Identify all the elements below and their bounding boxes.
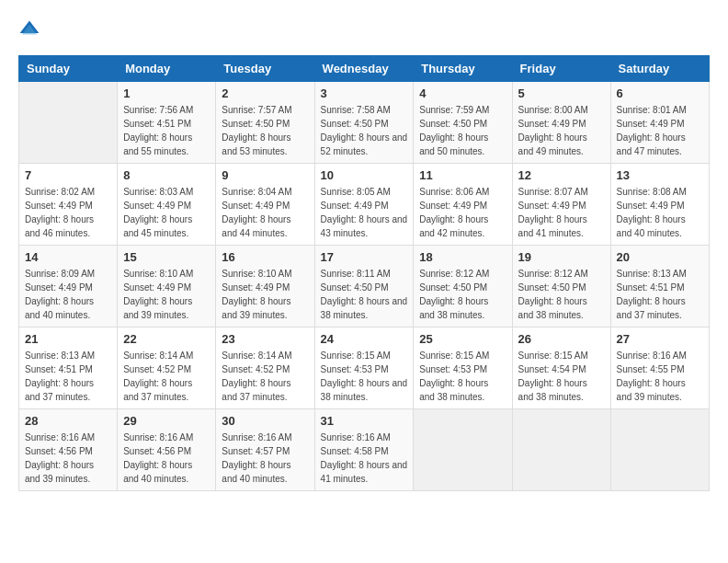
day-number: 22 xyxy=(123,332,210,346)
calendar-header-row: SundayMondayTuesdayWednesdayThursdayFrid… xyxy=(19,56,710,82)
calendar-cell: 11 Sunrise: 8:06 AMSunset: 4:49 PMDaylig… xyxy=(414,164,512,246)
calendar-week-row: 14 Sunrise: 8:09 AMSunset: 4:49 PMDaylig… xyxy=(19,246,710,327)
calendar-week-row: 7 Sunrise: 8:02 AMSunset: 4:49 PMDayligh… xyxy=(19,164,710,246)
calendar-day-header: Wednesday xyxy=(314,56,414,82)
day-info: Sunrise: 8:05 AMSunset: 4:49 PMDaylight:… xyxy=(321,185,408,240)
day-number: 26 xyxy=(518,332,605,346)
day-info: Sunrise: 8:03 AMSunset: 4:49 PMDaylight:… xyxy=(123,185,210,240)
calendar-cell: 26 Sunrise: 8:15 AMSunset: 4:54 PMDaylig… xyxy=(512,327,610,409)
calendar-cell: 9 Sunrise: 8:04 AMSunset: 4:49 PMDayligh… xyxy=(216,164,314,246)
calendar-cell: 28 Sunrise: 8:16 AMSunset: 4:56 PMDaylig… xyxy=(19,409,118,491)
calendar-day-header: Friday xyxy=(512,56,610,82)
calendar-cell: 29 Sunrise: 8:16 AMSunset: 4:56 PMDaylig… xyxy=(118,409,216,491)
day-number: 12 xyxy=(518,168,605,182)
calendar-cell xyxy=(19,82,118,164)
calendar-cell: 27 Sunrise: 8:16 AMSunset: 4:55 PMDaylig… xyxy=(610,327,709,409)
day-info: Sunrise: 8:04 AMSunset: 4:49 PMDaylight:… xyxy=(222,185,308,240)
day-number: 2 xyxy=(222,86,308,100)
day-info: Sunrise: 8:01 AMSunset: 4:49 PMDaylight:… xyxy=(617,103,703,158)
day-info: Sunrise: 8:15 AMSunset: 4:53 PMDaylight:… xyxy=(321,349,408,404)
calendar-cell: 1 Sunrise: 7:56 AMSunset: 4:51 PMDayligh… xyxy=(118,82,216,164)
day-info: Sunrise: 8:15 AMSunset: 4:54 PMDaylight:… xyxy=(518,349,605,404)
day-info: Sunrise: 8:12 AMSunset: 4:50 PMDaylight:… xyxy=(518,267,605,322)
day-number: 24 xyxy=(321,332,408,346)
day-info: Sunrise: 8:15 AMSunset: 4:53 PMDaylight:… xyxy=(419,349,506,404)
day-info: Sunrise: 8:06 AMSunset: 4:49 PMDaylight:… xyxy=(419,185,506,240)
calendar-week-row: 1 Sunrise: 7:56 AMSunset: 4:51 PMDayligh… xyxy=(19,82,710,164)
calendar-day-header: Saturday xyxy=(610,56,709,82)
day-info: Sunrise: 8:16 AMSunset: 4:56 PMDaylight:… xyxy=(25,431,111,486)
day-info: Sunrise: 8:16 AMSunset: 4:55 PMDaylight:… xyxy=(617,349,703,404)
calendar-cell: 31 Sunrise: 8:16 AMSunset: 4:58 PMDaylig… xyxy=(314,409,414,491)
calendar-day-header: Monday xyxy=(118,56,216,82)
day-info: Sunrise: 8:10 AMSunset: 4:49 PMDaylight:… xyxy=(222,267,308,322)
day-number: 5 xyxy=(518,86,605,100)
day-info: Sunrise: 8:09 AMSunset: 4:49 PMDaylight:… xyxy=(25,267,111,322)
calendar-cell: 24 Sunrise: 8:15 AMSunset: 4:53 PMDaylig… xyxy=(314,327,414,409)
logo xyxy=(18,18,44,40)
day-number: 10 xyxy=(321,168,408,182)
calendar-cell: 19 Sunrise: 8:12 AMSunset: 4:50 PMDaylig… xyxy=(512,246,610,327)
calendar-cell: 6 Sunrise: 8:01 AMSunset: 4:49 PMDayligh… xyxy=(610,82,709,164)
calendar-cell: 16 Sunrise: 8:10 AMSunset: 4:49 PMDaylig… xyxy=(216,246,314,327)
day-number: 14 xyxy=(25,250,111,264)
day-number: 25 xyxy=(419,332,506,346)
calendar-cell: 15 Sunrise: 8:10 AMSunset: 4:49 PMDaylig… xyxy=(118,246,216,327)
day-number: 6 xyxy=(617,86,703,100)
day-number: 1 xyxy=(123,86,210,100)
day-number: 21 xyxy=(25,332,111,346)
day-info: Sunrise: 7:58 AMSunset: 4:50 PMDaylight:… xyxy=(321,103,408,158)
calendar-week-row: 28 Sunrise: 8:16 AMSunset: 4:56 PMDaylig… xyxy=(19,409,710,491)
day-info: Sunrise: 8:11 AMSunset: 4:50 PMDaylight:… xyxy=(321,267,408,322)
day-number: 16 xyxy=(222,250,308,264)
calendar-cell: 23 Sunrise: 8:14 AMSunset: 4:52 PMDaylig… xyxy=(216,327,314,409)
day-number: 13 xyxy=(617,168,703,182)
calendar-cell: 7 Sunrise: 8:02 AMSunset: 4:49 PMDayligh… xyxy=(19,164,118,246)
calendar-cell: 8 Sunrise: 8:03 AMSunset: 4:49 PMDayligh… xyxy=(118,164,216,246)
calendar-cell: 20 Sunrise: 8:13 AMSunset: 4:51 PMDaylig… xyxy=(610,246,709,327)
calendar-cell: 13 Sunrise: 8:08 AMSunset: 4:49 PMDaylig… xyxy=(610,164,709,246)
logo-icon xyxy=(18,18,40,40)
calendar-week-row: 21 Sunrise: 8:13 AMSunset: 4:51 PMDaylig… xyxy=(19,327,710,409)
day-info: Sunrise: 8:07 AMSunset: 4:49 PMDaylight:… xyxy=(518,185,605,240)
day-number: 30 xyxy=(222,414,308,428)
calendar-cell: 4 Sunrise: 7:59 AMSunset: 4:50 PMDayligh… xyxy=(414,82,512,164)
calendar-cell: 14 Sunrise: 8:09 AMSunset: 4:49 PMDaylig… xyxy=(19,246,118,327)
calendar-cell: 21 Sunrise: 8:13 AMSunset: 4:51 PMDaylig… xyxy=(19,327,118,409)
day-number: 17 xyxy=(321,250,408,264)
day-info: Sunrise: 8:14 AMSunset: 4:52 PMDaylight:… xyxy=(123,349,210,404)
day-number: 3 xyxy=(321,86,408,100)
page-header xyxy=(18,18,710,40)
day-info: Sunrise: 8:16 AMSunset: 4:58 PMDaylight:… xyxy=(321,431,408,486)
day-number: 23 xyxy=(222,332,308,346)
day-number: 27 xyxy=(617,332,703,346)
day-number: 15 xyxy=(123,250,210,264)
calendar-cell xyxy=(512,409,610,491)
calendar-cell xyxy=(414,409,512,491)
day-number: 4 xyxy=(419,86,506,100)
calendar-day-header: Thursday xyxy=(414,56,512,82)
day-info: Sunrise: 7:59 AMSunset: 4:50 PMDaylight:… xyxy=(419,103,506,158)
calendar-table: SundayMondayTuesdayWednesdayThursdayFrid… xyxy=(18,55,710,491)
day-number: 20 xyxy=(617,250,703,264)
calendar-cell: 12 Sunrise: 8:07 AMSunset: 4:49 PMDaylig… xyxy=(512,164,610,246)
day-number: 8 xyxy=(123,168,210,182)
day-info: Sunrise: 8:10 AMSunset: 4:49 PMDaylight:… xyxy=(123,267,210,322)
day-number: 9 xyxy=(222,168,308,182)
calendar-cell: 3 Sunrise: 7:58 AMSunset: 4:50 PMDayligh… xyxy=(314,82,414,164)
day-number: 29 xyxy=(123,414,210,428)
day-number: 19 xyxy=(518,250,605,264)
calendar-cell: 30 Sunrise: 8:16 AMSunset: 4:57 PMDaylig… xyxy=(216,409,314,491)
day-info: Sunrise: 8:16 AMSunset: 4:57 PMDaylight:… xyxy=(222,431,308,486)
calendar-cell: 25 Sunrise: 8:15 AMSunset: 4:53 PMDaylig… xyxy=(414,327,512,409)
day-number: 7 xyxy=(25,168,111,182)
calendar-day-header: Tuesday xyxy=(216,56,314,82)
day-info: Sunrise: 8:13 AMSunset: 4:51 PMDaylight:… xyxy=(25,349,111,404)
day-info: Sunrise: 7:56 AMSunset: 4:51 PMDaylight:… xyxy=(123,103,210,158)
day-info: Sunrise: 8:02 AMSunset: 4:49 PMDaylight:… xyxy=(25,185,111,240)
calendar-cell: 2 Sunrise: 7:57 AMSunset: 4:50 PMDayligh… xyxy=(216,82,314,164)
day-number: 28 xyxy=(25,414,111,428)
day-number: 11 xyxy=(419,168,506,182)
calendar-cell: 10 Sunrise: 8:05 AMSunset: 4:49 PMDaylig… xyxy=(314,164,414,246)
calendar-cell xyxy=(610,409,709,491)
